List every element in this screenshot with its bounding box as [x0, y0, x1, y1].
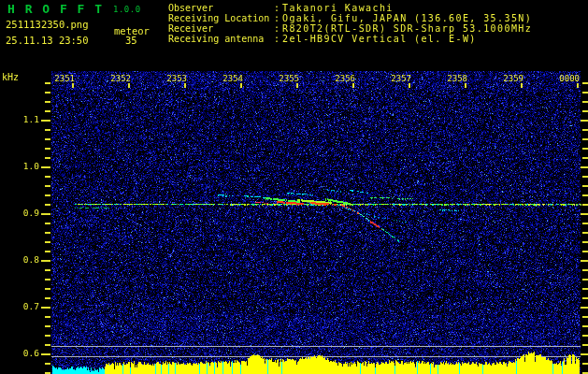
info-separator: :: [274, 23, 282, 34]
freq-tick-label: 1.0: [7, 161, 39, 171]
info-separator: :: [274, 13, 282, 23]
info-row: Receiving Location:Ogaki, Gifu, JAPAN (1…: [168, 13, 532, 23]
time-tick-label: 2358: [441, 74, 467, 83]
time-tick-label: 2359: [497, 74, 523, 83]
freq-tick-label: 1.1: [7, 114, 39, 124]
hrofft-output: H R O F F T 1.0.0 2511132350.png meteor …: [0, 0, 588, 374]
info-row: Observer:Takanori Kawachi: [168, 3, 532, 13]
freq-tick-label: 0.6: [7, 348, 39, 358]
app-title: H R O F F T: [7, 2, 104, 16]
info-separator: :: [274, 34, 282, 44]
info-separator: :: [274, 3, 282, 13]
time-tick-label: 0000: [553, 74, 580, 83]
time-tick-label: 2355: [273, 74, 299, 83]
info-value: 2el-HB9CV Vertical (el. E-W): [282, 34, 477, 44]
timestamp: 25.11.13 23:50: [6, 35, 89, 46]
info-value: Ogaki, Gifu, JAPAN (136.60E, 35.35N): [282, 13, 532, 23]
spectrogram-canvas: [0, 0, 588, 374]
freq-tick-label: 0.9: [7, 208, 39, 218]
echo-count: 35: [125, 35, 137, 46]
time-tick-label: 2354: [217, 74, 243, 83]
station-info: Observer:Takanori KawachiReceiving Locat…: [168, 3, 532, 44]
time-tick-label: 2357: [385, 74, 411, 83]
time-tick-label: 2352: [105, 74, 131, 83]
info-row: Receiver:R820T2(RTL-SDR) SDR-Sharp 53.10…: [168, 23, 532, 34]
info-value: R820T2(RTL-SDR) SDR-Sharp 53.1000MHz: [282, 23, 532, 34]
info-row: Receiving antenna:2el-HB9CV Vertical (el…: [168, 34, 532, 44]
freq-unit-label: kHz: [2, 72, 19, 82]
info-label: Receiver: [168, 23, 274, 34]
info-label: Observer: [168, 3, 274, 13]
output-filename: 2511132350.png: [6, 19, 89, 30]
info-label: Receiving antenna: [168, 34, 274, 44]
info-value: Takanori Kawachi: [282, 3, 394, 13]
time-tick-label: 2356: [329, 74, 355, 83]
time-tick-label: 2351: [49, 74, 75, 83]
freq-tick-label: 0.8: [7, 254, 39, 265]
time-tick-label: 2353: [161, 74, 187, 83]
freq-tick-label: 0.7: [7, 301, 39, 311]
app-version: 1.0.0: [113, 5, 141, 14]
info-label: Receiving Location: [168, 13, 274, 23]
